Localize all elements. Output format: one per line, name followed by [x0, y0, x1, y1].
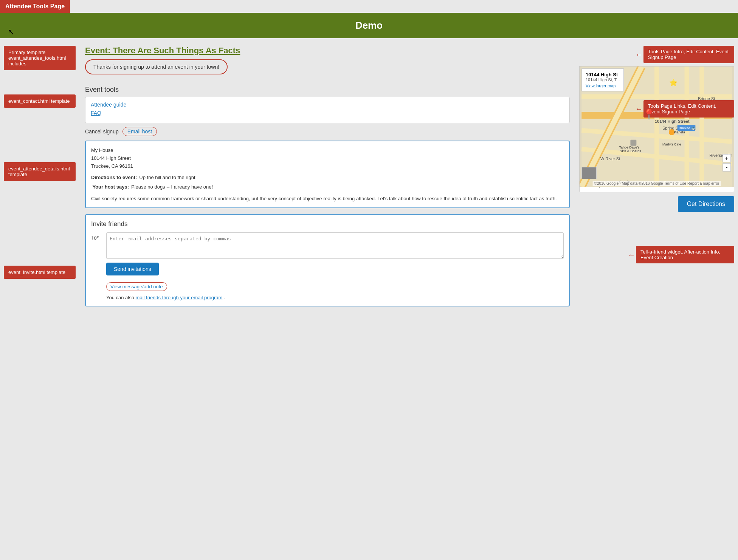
- top-bar-label: Attendee Tools Page: [0, 0, 70, 13]
- svg-text:10144 High Street: 10144 High Street: [655, 119, 690, 124]
- sidebar-item-primary-template: Primary template event_attendee_tools.ht…: [4, 46, 76, 70]
- cursor-icon: ↖: [8, 27, 14, 37]
- header-title: Demo: [355, 20, 383, 31]
- center-content: Event: There Are Such Things As Facts Th…: [79, 46, 575, 312]
- intro-text: Thanks for signing up to attend an event…: [85, 59, 228, 74]
- host-says-label: Your host says:: [91, 183, 129, 191]
- event-description: Civil society requires some common frame…: [91, 195, 564, 203]
- faq-link[interactable]: FAQ: [91, 110, 564, 116]
- also-text: You can also: [106, 295, 134, 300]
- email-host-link[interactable]: Email host: [122, 127, 157, 136]
- svg-text:Skis & Boards: Skis & Boards: [620, 149, 642, 153]
- view-message-link[interactable]: View message/add note: [106, 282, 167, 291]
- tools-box: Attendee guide FAQ: [85, 97, 570, 123]
- invite-title: Invite friends: [91, 220, 564, 228]
- map-address-detail: 10144 High St, T...: [586, 77, 620, 82]
- svg-text:Pianeta: Pianeta: [674, 130, 685, 134]
- event-tools-title: Event tools: [85, 86, 570, 94]
- svg-text:Tahoe Dave's: Tahoe Dave's: [619, 145, 640, 149]
- get-directions-button[interactable]: Get Directions: [678, 196, 734, 212]
- map-address-name: 10144 High St: [586, 72, 620, 77]
- svg-text:Truckee 🚌: Truckee 🚌: [678, 126, 696, 130]
- directions-value: Up the hill and to the right.: [139, 174, 197, 182]
- map-zoom-controls: + -: [722, 154, 731, 172]
- zoom-in-button[interactable]: +: [722, 154, 731, 162]
- right-sidebar: Tools Page Intro, Edit Content, Event Si…: [575, 46, 734, 312]
- directions-row: Directions to event: Up the hill and to …: [91, 174, 564, 182]
- cancel-email-row: Cancel signup Email host: [85, 127, 570, 136]
- email-input[interactable]: [106, 232, 564, 259]
- details-box: My House 10144 High Street Truckee, CA 9…: [85, 141, 570, 208]
- view-larger-map-link[interactable]: View larger map: [586, 84, 620, 88]
- city-state: Truckee, CA 96161: [91, 162, 564, 170]
- venue-name: My House: [91, 147, 564, 155]
- cancel-signup-text: Cancel signup: [85, 128, 119, 135]
- event-title: Event: There Are Such Things As Facts: [85, 46, 570, 56]
- mail-friends-link[interactable]: mail friends through your email program: [136, 295, 223, 300]
- left-sidebar: Primary template event_attendee_tools.ht…: [4, 46, 79, 312]
- map-pin-icon: 📍: [642, 108, 656, 121]
- sidebar-item-contact: event_contact.html template: [4, 94, 76, 108]
- address-line1: 10144 High Street: [91, 155, 564, 162]
- map-info-box: 10144 High St 10144 High St, T... View l…: [581, 68, 624, 91]
- invite-email-row: To*: [91, 232, 564, 259]
- svg-text:W River St: W River St: [600, 156, 620, 161]
- zoom-out-button[interactable]: -: [722, 163, 731, 172]
- sidebar-item-invite: event_invite.html template: [4, 266, 76, 279]
- attendee-guide-link[interactable]: Attendee guide: [91, 102, 564, 108]
- annotation-intro: Tools Page Intro, Edit Content, Event Si…: [643, 46, 734, 63]
- directions-label: Directions to event:: [91, 174, 137, 182]
- venue-address: My House 10144 High Street Truckee, CA 9…: [91, 147, 564, 170]
- svg-text:Marty's Cafe: Marty's Cafe: [662, 142, 681, 146]
- svg-rect-21: [630, 140, 636, 146]
- host-says-row: Your host says: Please no dogs -- I alre…: [91, 183, 564, 191]
- page-header: Demo: [0, 13, 738, 38]
- sidebar-item-attendee-details: event_attendee_details.html template: [4, 162, 76, 181]
- host-says-value: Please no dogs -- I already have one!: [131, 183, 213, 191]
- map-copyright: ©2016 Google · Map data ©2016 Google Ter…: [593, 181, 721, 186]
- invite-box: Invite friends To* Send invitations View…: [85, 214, 570, 306]
- send-invitations-button[interactable]: Send invitations: [106, 263, 159, 275]
- map-thumbnail: [581, 167, 597, 179]
- mail-friends-row: You can also mail friends through your e…: [106, 295, 564, 300]
- map-container: High St Spring St W River St Riverside D…: [579, 66, 734, 187]
- also-end: .: [224, 295, 225, 300]
- annotation-links: Tools Page Links, Edit Content, Event Si…: [643, 100, 734, 118]
- annotation-tell-a-friend: Tell-a-friend widget, After-action Info,…: [636, 246, 734, 263]
- map-star-icon: ⭐: [669, 79, 678, 87]
- to-label: To*: [91, 232, 102, 241]
